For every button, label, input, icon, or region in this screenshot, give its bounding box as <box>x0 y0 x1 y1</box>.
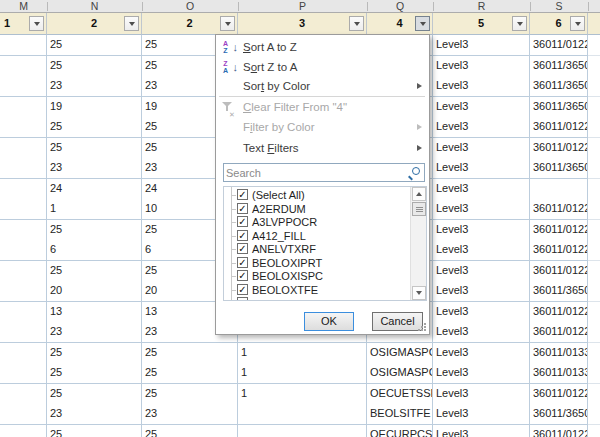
filter-list-checkbox[interactable]: ✓ <box>237 270 248 281</box>
cell-r2[interactable]: Level3 <box>433 56 530 77</box>
cell-s13[interactable]: 36011/36503 <box>530 281 588 302</box>
cell-p18[interactable]: 1 <box>238 384 367 405</box>
cell-n10[interactable]: 25 <box>47 220 142 241</box>
cell-o16[interactable]: 25 <box>142 343 238 364</box>
cell-n14[interactable]: 13 <box>47 302 142 323</box>
cell-m7[interactable] <box>0 158 47 179</box>
cell-r1[interactable]: Level3 <box>433 35 530 56</box>
filter-list-checkbox[interactable]: ✓ <box>237 257 248 268</box>
cell-m13[interactable] <box>0 281 47 302</box>
cell-s4[interactable]: 36011/36503 <box>530 97 588 118</box>
filter-list-checkbox[interactable]: ✓ <box>237 230 248 241</box>
search-icon[interactable] <box>408 167 420 179</box>
cell-m14[interactable] <box>0 302 47 323</box>
filter-list-checkbox[interactable]: ✓ <box>237 189 248 200</box>
cell-q16[interactable]: OSIGMASPC <box>367 343 433 364</box>
cell-n17[interactable]: 25 <box>47 363 142 384</box>
cell-m1[interactable] <box>0 35 47 56</box>
cell-m8[interactable] <box>0 179 47 200</box>
filter-button-p[interactable] <box>349 16 364 31</box>
search-input[interactable] <box>226 165 404 180</box>
cell-m12[interactable] <box>0 261 47 282</box>
cell-o19[interactable]: 23 <box>142 404 238 425</box>
column-letter-M[interactable]: M <box>0 0 47 12</box>
cell-n8[interactable]: 24 <box>47 179 142 200</box>
column-letter-N[interactable]: N <box>47 0 142 12</box>
cell-o20[interactable]: 25 <box>142 425 238 437</box>
filter-list-checkbox[interactable]: ✓ <box>237 203 248 214</box>
cell-s11[interactable]: 36011/01222 <box>530 240 588 261</box>
cell-s15[interactable]: 36011/01221 <box>530 322 588 343</box>
filter-list-item-a3lvppocr[interactable]: ✓A3LVPPOCR <box>224 216 406 229</box>
cell-s6[interactable]: 36011/01221 <box>530 138 588 159</box>
filter-list-item-anelvtxrf[interactable]: ✓ANELVTXRF <box>224 243 406 256</box>
cell-n11[interactable]: 6 <box>47 240 142 261</box>
cell-n15[interactable]: 23 <box>47 322 142 343</box>
cell-q18[interactable]: OECUETSSPC <box>367 384 433 405</box>
filter-list-item-a2erdum[interactable]: ✓A2ERDUM <box>224 203 406 216</box>
cell-r11[interactable]: Level3 <box>433 240 530 261</box>
list-scrollbar[interactable] <box>410 187 426 300</box>
column-letter-Q[interactable]: Q <box>367 0 433 12</box>
cell-s19[interactable]: 36011/36503 <box>530 404 588 425</box>
filter-button-m[interactable] <box>29 16 44 31</box>
cell-q19[interactable]: BEOLSITFE <box>367 404 433 425</box>
cell-r15[interactable]: Level3 <box>433 322 530 343</box>
cell-m19[interactable] <box>0 404 47 425</box>
cell-s10[interactable]: 36011/01221 <box>530 220 588 241</box>
cell-s2[interactable]: 36011/36503 <box>530 56 588 77</box>
menu-item-sort-a-to-z[interactable]: AZ↓Sort A to Z <box>217 38 428 57</box>
cell-n5[interactable]: 25 <box>47 117 142 138</box>
cell-r7[interactable]: Level3 <box>433 158 530 179</box>
cell-s17[interactable]: 36011/01332 <box>530 363 588 384</box>
filter-list-checkbox[interactable]: ✓ <box>237 216 248 227</box>
cell-r18[interactable]: Level3 <box>433 384 530 405</box>
menu-item-sort-z-to-a[interactable]: ZA↓Sort Z to A <box>217 58 428 77</box>
scroll-up-button[interactable] <box>412 187 426 201</box>
scroll-thumb[interactable] <box>412 202 426 216</box>
cell-q17[interactable]: OSIGMASPC <box>367 363 433 384</box>
cell-m2[interactable] <box>0 56 47 77</box>
cell-m16[interactable] <box>0 343 47 364</box>
menu-item-text-filters[interactable]: Text Filters <box>217 139 428 158</box>
cell-s12[interactable]: 36011/01221 <box>530 261 588 282</box>
filter-list-item-beoloxiprt[interactable]: ✓BEOLOXIPRT <box>224 257 406 270</box>
filter-list-item-a412-fill[interactable]: ✓A412_FILL <box>224 230 406 243</box>
cell-m17[interactable] <box>0 363 47 384</box>
cell-o17[interactable]: 25 <box>142 363 238 384</box>
scroll-down-button[interactable] <box>412 286 426 300</box>
cell-m9[interactable] <box>0 199 47 220</box>
filter-button-n[interactable] <box>124 16 139 31</box>
column-letter-O[interactable]: O <box>142 0 238 12</box>
cell-n4[interactable]: 19 <box>47 97 142 118</box>
column-letter-P[interactable]: P <box>238 0 367 12</box>
filter-list-checkbox[interactable]: ✓ <box>237 284 248 295</box>
cell-n1[interactable]: 25 <box>47 35 142 56</box>
cell-r16[interactable]: Level3 <box>433 343 530 364</box>
cell-s5[interactable]: 36011/01221 <box>530 117 588 138</box>
filter-list-checkbox[interactable]: ✓ <box>237 243 248 254</box>
cell-p17[interactable]: 1 <box>238 363 367 384</box>
cell-n9[interactable]: 1 <box>47 199 142 220</box>
cell-r3[interactable]: Level3 <box>433 76 530 97</box>
cell-s18[interactable]: 36011/01221 <box>530 384 588 405</box>
resize-grip[interactable] <box>417 322 427 332</box>
cell-s8[interactable] <box>530 179 588 200</box>
cell-s14[interactable]: 36011/01221 <box>530 302 588 323</box>
filter-button-s[interactable] <box>570 16 585 31</box>
cell-m15[interactable] <box>0 322 47 343</box>
cell-r17[interactable]: Level3 <box>433 363 530 384</box>
cell-q20[interactable]: OECURPCSPC <box>367 425 433 437</box>
cell-n18[interactable]: 25 <box>47 384 142 405</box>
cell-p16[interactable]: 1 <box>238 343 367 364</box>
cell-r14[interactable]: Level3 <box>433 302 530 323</box>
cell-m6[interactable] <box>0 138 47 159</box>
ok-button[interactable]: OK <box>304 312 354 331</box>
column-letter-R[interactable]: R <box>433 0 530 12</box>
cell-s7[interactable]: 36011/36503 <box>530 158 588 179</box>
cell-m3[interactable] <box>0 76 47 97</box>
cell-r13[interactable]: Level3 <box>433 281 530 302</box>
cell-m5[interactable] <box>0 117 47 138</box>
cell-r10[interactable]: Level3 <box>433 220 530 241</box>
cell-s3[interactable]: 36011/36503 <box>530 76 588 97</box>
